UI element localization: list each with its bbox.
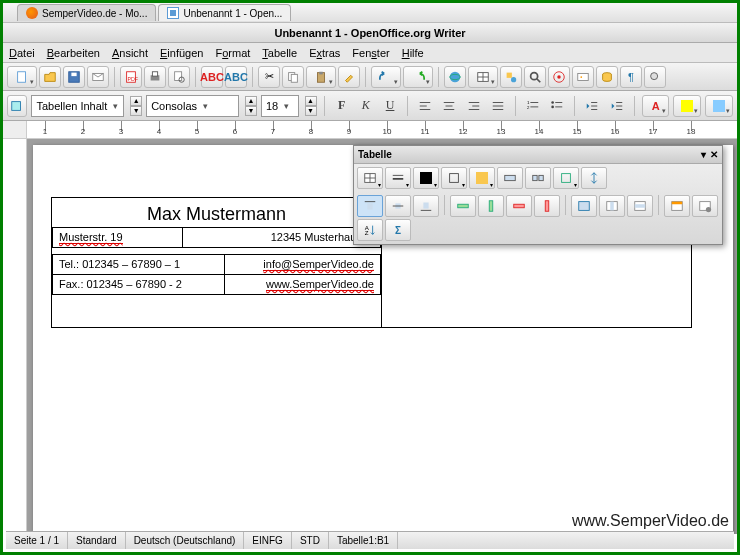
optimize-button[interactable] (553, 167, 579, 189)
export-pdf-button[interactable]: PDF (120, 66, 142, 88)
nonprinting-button[interactable]: ¶ (620, 66, 642, 88)
zoom-button[interactable] (644, 66, 666, 88)
highlight-button[interactable] (673, 95, 701, 117)
background-button[interactable] (705, 95, 733, 117)
save-button[interactable] (63, 66, 85, 88)
bold-button[interactable]: F (331, 95, 351, 117)
format-paintbrush-button[interactable] (338, 66, 360, 88)
gallery-button[interactable] (572, 66, 594, 88)
email-cell[interactable]: info@SemperVideo.de (224, 255, 380, 275)
font-color-button[interactable]: A (642, 95, 670, 117)
outer-cell-left[interactable]: Max Mustermann Musterstr. 19 12345 Muste… (52, 198, 382, 328)
paragraph-style-combo[interactable]: Tabellen Inhalt (31, 95, 124, 117)
font-up[interactable]: ▲ (245, 96, 257, 106)
autoformat-button[interactable] (664, 195, 690, 217)
merge-cells-button[interactable] (497, 167, 523, 189)
menu-tabelle[interactable]: Tabelle (262, 47, 297, 59)
tel-cell[interactable]: Tel.: 012345 – 67890 – 1 (53, 255, 225, 275)
status-insert[interactable]: EINFG (244, 532, 292, 549)
open-button[interactable] (39, 66, 61, 88)
table-button[interactable] (468, 66, 498, 88)
size-up[interactable]: ▲ (305, 96, 317, 106)
web-cell[interactable]: www.SemperVideo.de (224, 275, 380, 295)
status-template[interactable]: Standard (68, 532, 126, 549)
data-sources-button[interactable] (596, 66, 618, 88)
street-cell[interactable]: Musterstr. 19 (53, 228, 183, 248)
float-titlebar[interactable]: Tabelle ▾ ✕ (354, 146, 722, 164)
numbering-button[interactable]: 12 (523, 95, 543, 117)
row-height-button[interactable] (581, 167, 607, 189)
sort-button[interactable]: AZ (357, 219, 383, 241)
hyperlink-button[interactable] (444, 66, 466, 88)
contact-table[interactable]: Tel.: 012345 – 67890 – 1 info@SemperVide… (52, 254, 381, 295)
find-button[interactable] (524, 66, 546, 88)
menu-datei[interactable]: Datei (9, 47, 35, 59)
browser-tab-firefox[interactable]: SemperVideo.de - Mo... (17, 4, 156, 21)
align-right-button[interactable] (464, 95, 484, 117)
address-table[interactable]: Musterstr. 19 12345 Musterhausen (52, 227, 381, 248)
redo-button[interactable] (403, 66, 433, 88)
paste-button[interactable] (306, 66, 336, 88)
menu-extras[interactable]: Extras (309, 47, 340, 59)
status-page[interactable]: Seite 1 / 1 (6, 532, 68, 549)
undo-button[interactable] (371, 66, 401, 88)
delete-row-button[interactable] (506, 195, 532, 217)
new-button[interactable] (7, 66, 37, 88)
menu-einfuegen[interactable]: Einfügen (160, 47, 203, 59)
table-insert-button[interactable] (357, 167, 383, 189)
select-row-button[interactable] (627, 195, 653, 217)
spellcheck-button[interactable]: ABC (201, 66, 223, 88)
status-language[interactable]: Deutsch (Deutschland) (126, 532, 245, 549)
horizontal-ruler[interactable]: 123456789101112131415161718 (27, 121, 737, 138)
email-button[interactable] (87, 66, 109, 88)
size-down[interactable]: ▼ (305, 106, 317, 116)
select-table-button[interactable] (571, 195, 597, 217)
line-style-button[interactable] (385, 167, 411, 189)
menu-fenster[interactable]: Fenster (352, 47, 389, 59)
styles-button[interactable] (7, 95, 27, 117)
insert-col-button[interactable] (478, 195, 504, 217)
auto-spellcheck-button[interactable]: ABC (225, 66, 247, 88)
align-center-button[interactable] (439, 95, 459, 117)
menu-format[interactable]: Format (215, 47, 250, 59)
font-size-combo[interactable]: 18 (261, 95, 299, 117)
copy-button[interactable] (282, 66, 304, 88)
float-close-icon[interactable]: ✕ (710, 149, 718, 160)
vertical-ruler[interactable] (3, 139, 27, 534)
style-up[interactable]: ▲ (130, 96, 142, 106)
status-std[interactable]: STD (292, 532, 329, 549)
show-draw-button[interactable] (500, 66, 522, 88)
browser-tab-openoffice[interactable]: Unbenannt 1 - Open... (158, 4, 291, 21)
align-bottom-button[interactable] (413, 195, 439, 217)
sum-button[interactable]: Σ (385, 219, 411, 241)
fax-cell[interactable]: Fax.: 012345 – 67890 - 2 (53, 275, 225, 295)
italic-button[interactable]: K (356, 95, 376, 117)
navigator-button[interactable] (548, 66, 570, 88)
insert-row-button[interactable] (450, 195, 476, 217)
print-preview-button[interactable] (168, 66, 190, 88)
align-top-button[interactable] (357, 195, 383, 217)
float-pin-icon[interactable]: ▾ (701, 149, 706, 160)
select-col-button[interactable] (599, 195, 625, 217)
decrease-indent-button[interactable] (582, 95, 602, 117)
split-cells-button[interactable] (525, 167, 551, 189)
increase-indent-button[interactable] (607, 95, 627, 117)
border-color-button[interactable] (413, 167, 439, 189)
align-left-button[interactable] (415, 95, 435, 117)
underline-button[interactable]: U (380, 95, 400, 117)
table-floating-toolbar[interactable]: Tabelle ▾ ✕ (353, 145, 723, 245)
menu-bearbeiten[interactable]: Bearbeiten (47, 47, 100, 59)
city-cell[interactable]: 12345 Musterhausen (183, 228, 381, 248)
table-properties-button[interactable] (692, 195, 718, 217)
menu-hilfe[interactable]: Hilfe (402, 47, 424, 59)
print-button[interactable] (144, 66, 166, 88)
bg-color-button[interactable] (469, 167, 495, 189)
delete-col-button[interactable] (534, 195, 560, 217)
menu-ansicht[interactable]: Ansicht (112, 47, 148, 59)
person-name[interactable]: Max Mustermann (52, 198, 381, 227)
font-name-combo[interactable]: Consolas (146, 95, 239, 117)
align-justify-button[interactable] (488, 95, 508, 117)
bullets-button[interactable] (547, 95, 567, 117)
style-down[interactable]: ▼ (130, 106, 142, 116)
status-cell[interactable]: Tabelle1:B1 (329, 532, 398, 549)
